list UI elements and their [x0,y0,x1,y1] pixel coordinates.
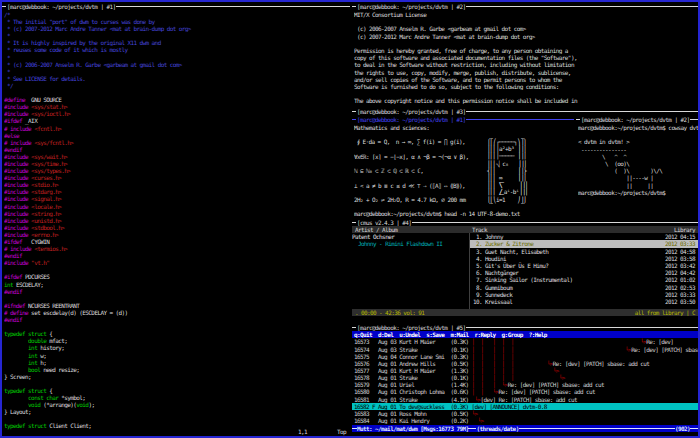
track-row[interactable]: 8. Gummiboum2012 02:53 [470,284,698,291]
window-license[interactable]: [marc@debbook: ~/projects/dvtm | #2] MIT… [352,2,698,107]
track-row[interactable]: 9. Sunnedeck2012 03:33 [470,291,698,298]
mail-row[interactable]: 16581 Aug 01 Strake (4.1K) └>[dev] Re: [… [352,396,698,403]
thread-tree: └> [471,396,480,403]
track-row[interactable]: 5. Git's Über Üs E Himu?2012 03:42 [470,262,698,269]
code-line: bool need_resize; [4,366,350,373]
mail-row[interactable]: 16584 Aug 01 Kai Hendry (0.2K) └> [352,417,698,424]
thread-tree: └> [471,417,483,424]
cmus-artist-column: Patent Ochsner Johnny - Rimini Flashdown… [352,233,469,247]
window-editor-title: [marc@debbook: ~/projects/dvtm | #1] [7,3,115,10]
text-line: Mathematics and sciences: [354,124,574,131]
window-utf8-demo[interactable]: [marc@debbook: ~/projects/dvtm | #1] Mat… [352,115,574,218]
window-editor-titlebar: [marc@debbook: ~/projects/dvtm | #1] [2,2,350,10]
text-line [354,40,698,47]
thread-tree: │ │ │ └> [471,381,507,388]
cowsay-text: marc@debbook:~/projects/dvtm$ cowsay dvt… [578,124,698,218]
text-line [354,18,698,25]
titlebar-line [352,222,356,223]
mail-row[interactable]: 16582 F Aug 01 To dev@suckless (0.3K) [d… [352,403,698,410]
editor-code[interactable]: /* * The initial "port" of dwm to curses… [4,11,350,436]
track-time: 2012 04:15 [665,233,695,240]
window-license-titlebar: [marc@debbook: ~/projects/dvtm | #2] [352,2,698,10]
mail-meta: 16580 Aug 01 Christoph Lohma (0.6K) [354,388,471,395]
text-line: marc@debbook:~/projects/dvtm$ [578,189,698,196]
window-editor[interactable]: [marc@debbook: ~/projects/dvtm | #1] /* … [2,2,350,436]
window-cmus[interactable]: [cmus v2.4.3 | #4] Artist / Album Track … [352,218,698,323]
mail-row[interactable]: 16576 Aug 01 Andrew Hills (0.5K) │ │ │ │… [352,360,698,367]
track-row[interactable]: 10. Kreissaal2012 03:50 [470,298,698,305]
code-line: #include <sys/ioctl.h> [4,110,350,117]
code-line: int w; [4,352,350,359]
track-time: 2012 03:33 [665,240,695,247]
mail-subject: [dev] [ANNOUNCE] dvtm-0.8 [471,403,546,410]
mail-row[interactable]: 16579 Aug 01 Uriel (1.4K) │ │ │ └>Re: [d… [352,381,698,388]
license-text: MIT/X Consortium License (c) 2006-2007 A… [354,11,698,107]
text-line [354,160,574,167]
track-row[interactable]: 4. Houdini2012 03:58 [470,255,698,262]
mail-row[interactable]: 16577 Aug 01 Kurt H Maier (1.3K) │ │ │ │… [352,367,698,374]
text-line: 2H₂ + O₂ ⇌ 2H₂O, R = 4.7 kΩ, ⌀ 200 mm [354,196,574,203]
text-line: < dvtm in dvtm! > [578,138,698,145]
code-line: int ESCDELAY; [4,281,350,288]
scroll-indicator: Top [337,428,346,435]
code-line [4,266,350,273]
cmus-track-list: 1. Johnny2012 04:15 2. Zucker & Zitrone2… [470,233,698,305]
thread-tree: └> [471,410,477,417]
code-line: # define set_escdelay(d) (ESCDELAY = (d)… [4,309,350,316]
cmus-status-bar: . 00:00 - 42:36 vol: 91 all from library… [352,309,698,316]
code-line: */ [4,82,350,89]
track-row[interactable]: 2. Zucker & Zitrone2012 03:33 [470,240,698,247]
mail-row[interactable]: 16578 Aug 01 Strake (0.1K) │ │ │ │ │ └> [352,374,698,381]
code-line: #define _GNU_SOURCE [4,96,350,103]
track-row[interactable]: 3. Guet Nacht, Elisabeth2012 04:58 [470,248,698,255]
track-time: 2012 03:50 [665,298,695,305]
code-line [4,380,350,387]
code-line: #include <stdio.h> [4,181,350,188]
code-line: #else [4,132,350,139]
code-line: #endif [4,146,350,153]
code-line: #include <locale.h> [4,203,350,210]
code-line: #include <sys/wait.h> [4,153,350,160]
code-line: } Screen; [4,373,350,380]
text-line: The above copyright notice and this perm… [354,97,698,104]
thread-tree: │ │ │ │ │ └> [471,346,631,353]
status-line [690,428,698,429]
thread-tree: │ │ └> [471,388,498,395]
vim-ruler: 1,1 Top [2,428,350,435]
utf8-text: Mathematics and sciences: ∮ E⋅da = Q, n … [354,124,574,218]
mail-row[interactable]: 16583 Aug 01 Ross Mohn (0.5K) └> [352,410,698,417]
window-nested-dvtm-titlebar[interactable]: [marc@debbook: ~/projects/dvtm | #3] [352,107,698,115]
window-mutt[interactable]: [marc@debbook: ~/projects/dvtm | #5] q:Q… [352,323,698,436]
mail-meta: 16583 Aug 01 Ross Mohn (0.5K) [354,410,471,417]
cmus-playback-status: . 00:00 - 42:36 vol: 91 [355,309,424,316]
cmus-album[interactable]: Johnny - Rimini Flashdown II [352,240,469,247]
mail-meta: 16576 Aug 01 Andrew Hills (0.5K) [354,360,471,367]
text-line: \ ^__^ [578,153,698,160]
text-line [354,146,574,153]
window-cowsay-titlebar: [marc@debbook: ~/projects/dvtm | #2] [576,115,698,123]
mail-row[interactable]: 16580 Aug 01 Christoph Lohma (0.6K) │ │ … [352,388,698,395]
track-row[interactable]: 6. Nachtgänger2012 04:42 [470,269,698,276]
track-title: 6. Nachtgänger [473,269,518,276]
mail-row[interactable]: 16573 Aug 03 Kurt H Maier (0.3K) │ │ │ │… [352,338,698,345]
titlebar-line [466,6,698,7]
thread-tree: │ │ │ │ │ └> [471,374,564,381]
mail-subject: [dev] Re: [PATCH] sbase: add cut [481,396,577,403]
cmus-artist[interactable]: Patent Ochsner [352,233,469,240]
track-row[interactable]: 1. Johnny2012 04:15 [470,233,698,240]
window-cowsay[interactable]: [marc@debbook: ~/projects/dvtm | #2] mar… [576,115,698,218]
status-line [519,428,675,429]
code-line: typedef struct { [4,387,350,394]
track-row[interactable]: 7. Sinking Sailor (Instrumental)2012 01:… [470,276,698,283]
text-line: _______________ [578,131,698,138]
track-time: 2012 03:58 [665,255,695,262]
cmus-column-header: Artist / Album Track Library [352,226,698,233]
track-title: 2. Zucker & Zitrone [473,240,533,247]
code-line [4,295,350,302]
mail-row[interactable]: 16575 Aug 04 Connor Lane Smi (0.3K) │ │ … [352,353,698,360]
code-line: # include <sys/fcntl.h> [4,139,350,146]
mail-meta: 16574 Aug 03 Strake (0.1K) [354,346,471,353]
mail-subject: Re: [dev] [PATCH] sbase: add cut [553,360,649,367]
code-line: #include <errno.h> [4,231,350,238]
mail-row[interactable]: 16574 Aug 03 Strake (0.1K) │ │ │ │ │ └>R… [352,346,698,353]
